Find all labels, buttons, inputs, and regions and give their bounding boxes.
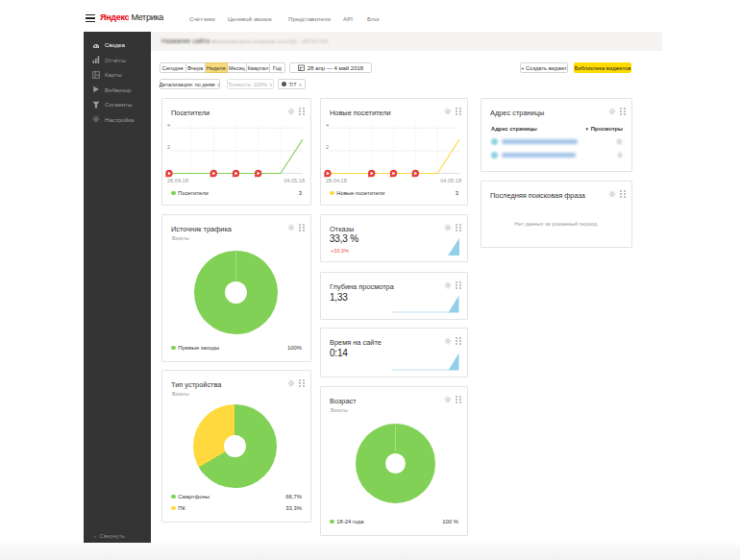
svg-text:04.05.18: 04.05.18: [284, 178, 305, 183]
svg-text:04.05.18: 04.05.18: [440, 178, 461, 183]
svg-text:2: 2: [167, 144, 170, 150]
svg-text:4: 4: [167, 124, 170, 128]
svg-text:28.04.18: 28.04.18: [326, 178, 347, 183]
svg-text:28.04.18: 28.04.18: [167, 178, 188, 183]
svg-text:2: 2: [326, 144, 329, 150]
svg-text:4: 4: [326, 124, 329, 128]
